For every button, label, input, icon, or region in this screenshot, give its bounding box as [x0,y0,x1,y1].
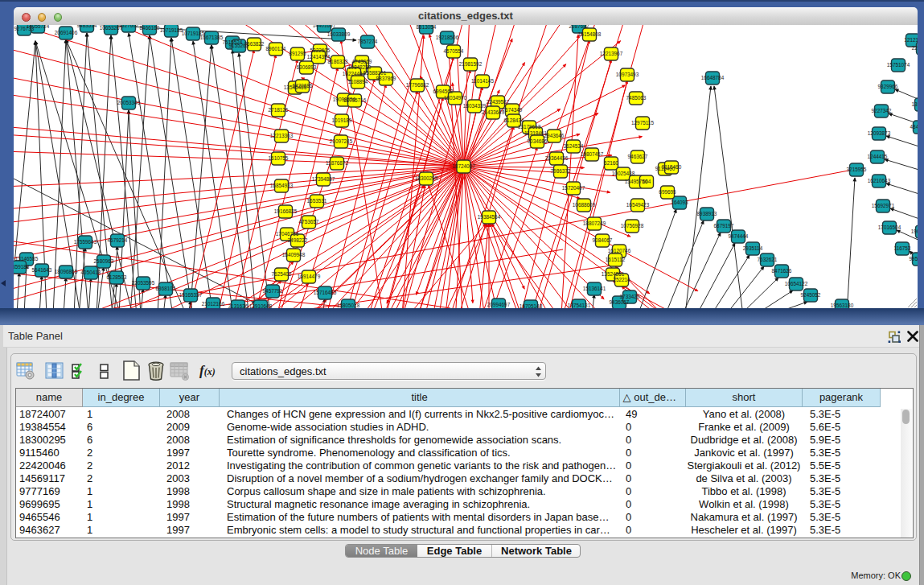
svg-text:19563180: 19563180 [831,303,854,308]
svg-text:13805018: 13805018 [337,303,360,308]
svg-text:1108894: 1108894 [348,79,368,84]
svg-text:1610755: 1610755 [269,155,289,161]
svg-text:21097245: 21097245 [330,138,353,144]
svg-text:14401657: 14401657 [313,25,336,28]
svg-text:10756928: 10756928 [621,223,644,229]
svg-text:6420686: 6420686 [293,83,313,89]
svg-text:9436057: 9436057 [610,299,630,305]
svg-text:15692971: 15692971 [872,203,895,208]
svg-text:10848230: 10848230 [348,64,372,70]
svg-text:4743069: 4743069 [352,59,372,64]
svg-text:9115460: 9115460 [662,164,682,170]
svg-text:7485063: 7485063 [626,95,647,101]
svg-text:6128503: 6128503 [107,274,127,280]
svg-text:11876872: 11876872 [326,160,348,166]
svg-text:18300295: 18300295 [415,175,438,181]
svg-text:7986372: 7986372 [551,168,571,174]
svg-text:15716485: 15716485 [314,290,337,295]
svg-text:2935114: 2935114 [743,245,763,251]
svg-text:18754131: 18754131 [568,303,591,308]
svg-text:18034970: 18034970 [444,95,467,101]
svg-text:8466160: 8466160 [140,25,160,31]
svg-text:252214: 252214 [613,277,630,282]
svg-text:9474444: 9474444 [729,233,749,239]
svg-text:3498222: 3498222 [288,237,308,243]
svg-text:1019189: 1019189 [332,117,352,123]
svg-text:8960124: 8960124 [266,46,286,51]
svg-text:17046736: 17046736 [276,231,299,237]
svg-text:15165337: 15165337 [179,292,203,298]
svg-text:1733426: 1733426 [620,294,640,299]
svg-text:20053346: 20053346 [117,100,141,105]
svg-text:4570554: 4570554 [444,48,464,54]
svg-text:699695: 699695 [659,189,676,195]
svg-text:17016504: 17016504 [878,225,901,230]
svg-text:10973493: 10973493 [616,72,639,77]
svg-text:21981592: 21981592 [459,61,483,67]
svg-text:4679214: 4679214 [108,237,128,243]
svg-text:7632621: 7632621 [758,257,778,262]
svg-text:12975115: 12975115 [631,120,654,126]
svg-text:6306893: 6306893 [297,64,317,70]
svg-text:16409948: 16409948 [282,252,306,257]
svg-text:16154808: 16154808 [578,31,602,37]
svg-text:12213363: 12213363 [270,133,294,138]
svg-text:21433649: 21433649 [482,109,505,115]
svg-text:18034339: 18034339 [463,103,487,109]
svg-text:19166825: 19166825 [274,208,298,214]
svg-text:4843718: 4843718 [910,124,918,130]
svg-text:6368105: 6368105 [156,286,176,291]
svg-text:16914479: 16914479 [298,274,321,279]
svg-text:16120746: 16120746 [608,248,631,253]
svg-text:8471626: 8471626 [772,268,792,274]
svg-text:18096865: 18096865 [55,269,78,274]
svg-text:18795716: 18795716 [343,97,367,103]
svg-text:20691406: 20691406 [55,30,78,35]
svg-text:1385239: 1385239 [912,101,918,107]
svg-text:8186323: 8186323 [328,59,348,64]
svg-text:5641643: 5641643 [32,267,52,273]
svg-text:9245052: 9245052 [801,292,821,298]
svg-text:9457791: 9457791 [263,288,283,294]
svg-text:9483514: 9483514 [77,25,97,28]
svg-text:8938913: 8938913 [697,211,717,216]
svg-text:20994697: 20994697 [487,302,511,307]
svg-text:13146585: 13146585 [15,256,39,262]
svg-text:12093873: 12093873 [868,130,891,136]
svg-text:22439587: 22439587 [487,99,510,105]
svg-text:8813054: 8813054 [417,25,437,30]
svg-text:2087682: 2087682 [569,25,589,29]
svg-text:7674349: 7674349 [503,107,523,113]
svg-text:17796882: 17796882 [406,82,429,88]
svg-text:15720407: 15720407 [562,185,585,191]
svg-text:2718126: 2718126 [269,107,289,113]
svg-text:4753657: 4753657 [299,219,319,225]
svg-text:62160: 62160 [604,160,618,166]
svg-text:3131636: 3131636 [228,303,248,308]
svg-text:17394887: 17394887 [312,176,335,182]
svg-text:1527602: 1527602 [119,25,139,28]
svg-text:16671385: 16671385 [200,35,224,40]
svg-text:9034686: 9034686 [528,138,548,144]
svg-text:13179613: 13179613 [518,124,541,130]
svg-text:7857274: 7857274 [358,39,378,44]
svg-text:4050413: 4050413 [81,270,101,275]
svg-text:6128434: 6128434 [504,117,524,123]
svg-text:604: 604 [643,179,651,184]
svg-text:9084067: 9084067 [593,237,613,243]
svg-text:164093: 164093 [671,200,688,205]
svg-text:10688609: 10688609 [573,202,596,208]
svg-text:11014145: 11014145 [471,78,494,84]
svg-text:7663822: 7663822 [244,41,265,47]
svg-text:16705148: 16705148 [519,303,543,308]
svg-text:891295: 891295 [289,51,306,56]
svg-text:10025438: 10025438 [612,171,635,176]
svg-text:20364436: 20364436 [545,155,569,161]
svg-text:1615112: 1615112 [606,257,626,262]
svg-text:10654122: 10654122 [785,281,808,286]
svg-text:16224441: 16224441 [343,71,366,76]
svg-text:18724007: 18724007 [452,163,475,169]
svg-text:1244415: 1244415 [868,154,888,159]
svg-text:2580963: 2580963 [94,258,114,264]
svg-text:19017734: 19017734 [911,229,918,234]
